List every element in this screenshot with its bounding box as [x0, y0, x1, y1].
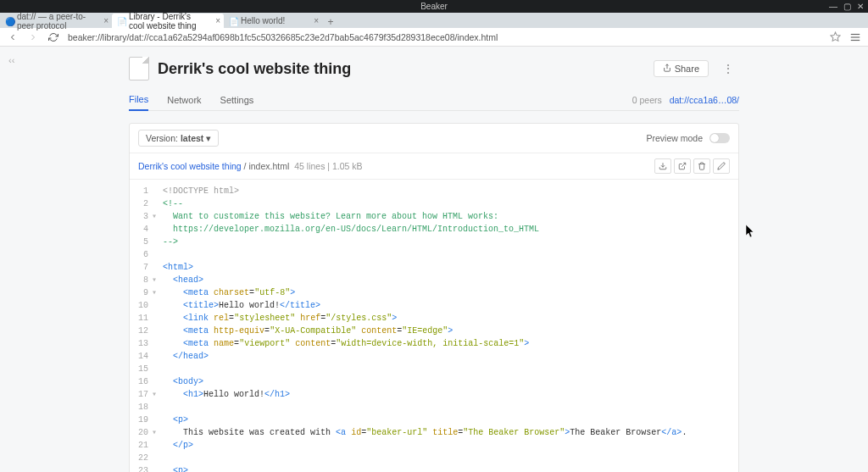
tab-dat-protocol[interactable]: 🔵 dat:// — a peer-to-peer protocol × [0, 14, 112, 28]
breadcrumb: Derrik's cool website thing / index.html [138, 161, 289, 171]
breadcrumb-file: index.html [248, 161, 289, 171]
file-viewer-card: Version: latest ▾ Preview mode Derrik's … [129, 123, 739, 472]
back-button[interactable] [7, 31, 19, 43]
lock-icon: 🔵 [5, 17, 14, 25]
collapse-sidebar-icon[interactable]: ‹‹ [8, 55, 14, 65]
page-title: Derrik's cool website thing [158, 60, 645, 78]
peers-count: 0 peers [632, 95, 662, 105]
share-label: Share [675, 64, 699, 74]
preview-mode-label: Preview mode [646, 133, 703, 143]
share-button[interactable]: Share [654, 60, 709, 77]
peers-info: 0 peers dat://cca1a6…08/ [632, 95, 739, 105]
code-content: <!DOCTYPE html> <!-- Want to customize t… [159, 180, 695, 472]
tab-label: Hello world! [241, 16, 285, 25]
menu-button[interactable] [849, 31, 861, 43]
page-icon: 📄 [117, 17, 125, 25]
file-meta: 45 lines | 1.05 kB [294, 161, 362, 171]
file-icon [129, 57, 149, 81]
forward-button[interactable] [27, 31, 39, 43]
version-label: Version: [146, 133, 178, 143]
browser-navbar: beaker://library/dat://cca1a62a5294af069… [0, 28, 868, 47]
window-controls: — ▢ ✕ [829, 2, 865, 11]
fold-gutter: ▾ ▾ ▾ ▾ ▾ ▾ ▾ ▾ ▾ [152, 180, 159, 472]
close-tab-icon[interactable]: × [103, 16, 108, 25]
reload-button[interactable] [47, 31, 59, 43]
line-number-gutter: 1 2 3 4 5 6 7 8 9 10 11 12 13 14 15 16 1… [130, 180, 152, 472]
close-tab-icon[interactable]: × [314, 16, 319, 25]
tab-hello-world[interactable]: 📄 Hello world! × [224, 14, 322, 28]
preview-mode-toggle[interactable] [709, 133, 730, 143]
version-value: latest [181, 133, 203, 143]
version-dropdown[interactable]: Version: latest ▾ [138, 130, 219, 147]
svg-line-6 [682, 163, 686, 167]
library-header: Derrik's cool website thing Share ⋮ [129, 57, 739, 81]
tab-settings[interactable]: Settings [220, 90, 254, 110]
library-subnav: Files Network Settings 0 peers dat://cca… [129, 89, 739, 111]
code-editor[interactable]: 1 2 3 4 5 6 7 8 9 10 11 12 13 14 15 16 1… [130, 180, 738, 472]
url-bar[interactable]: beaker://library/dat://cca1a62a5294af069… [68, 32, 821, 42]
chevron-down-icon: ▾ [206, 133, 211, 143]
more-menu-button[interactable]: ⋮ [717, 62, 739, 75]
close-tab-icon[interactable]: × [215, 16, 220, 25]
svg-marker-0 [831, 32, 840, 41]
tab-files[interactable]: Files [129, 89, 148, 111]
minimize-icon[interactable]: — [829, 2, 837, 11]
new-tab-button[interactable]: + [322, 16, 339, 28]
tab-network[interactable]: Network [167, 90, 201, 110]
mouse-cursor [746, 225, 756, 241]
close-icon[interactable]: ✕ [856, 2, 865, 11]
tab-label: dat:// — a peer-to-peer protocol [17, 12, 97, 31]
tab-strip: 🔵 dat:// — a peer-to-peer protocol × 📄 L… [0, 13, 868, 28]
star-button[interactable] [829, 31, 841, 43]
open-external-button[interactable] [674, 158, 691, 174]
download-button[interactable] [654, 158, 671, 174]
page-icon: 📄 [229, 17, 237, 25]
tab-library[interactable]: 📄 Library - Derrik's cool website thing … [112, 14, 224, 28]
page-content: ‹‹ Derrik's cool website thing Share ⋮ F… [0, 47, 868, 472]
dat-link[interactable]: dat://cca1a6…08/ [670, 95, 739, 105]
tab-label: Library - Derrik's cool website thing [129, 12, 209, 31]
share-icon [663, 64, 671, 74]
breadcrumb-root[interactable]: Derrik's cool website thing [138, 161, 242, 171]
delete-button[interactable] [693, 158, 710, 174]
edit-button[interactable] [713, 158, 730, 174]
os-title: Beaker [420, 2, 448, 11]
maximize-icon[interactable]: ▢ [843, 2, 851, 11]
